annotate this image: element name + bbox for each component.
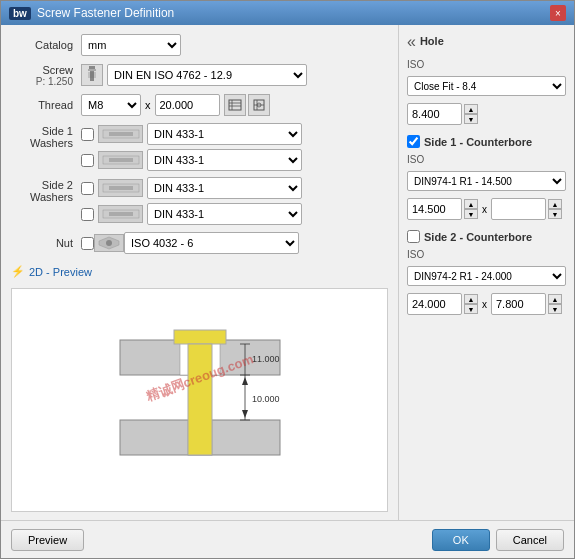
side2-spinner2-up[interactable]: ▲ bbox=[548, 294, 562, 304]
thread-length-input[interactable]: 20.000 bbox=[155, 94, 220, 116]
side1-counterbore-row: Side 1 - Counterbore bbox=[407, 135, 566, 148]
washer2-icon bbox=[98, 151, 143, 169]
hole-iso-label: ISO bbox=[407, 59, 566, 70]
fit-value-input[interactable] bbox=[407, 103, 462, 125]
catalog-select[interactable]: mm bbox=[81, 34, 181, 56]
side1-values-row: ▲ ▼ x ▲ ▼ bbox=[407, 198, 566, 220]
nut-label: Nut bbox=[11, 237, 81, 249]
side2-counterbore-row: Side 2 - Counterbore bbox=[407, 230, 566, 243]
thread-icon-1[interactable] bbox=[224, 94, 246, 116]
side1-x-label: x bbox=[482, 204, 487, 215]
svg-text:11.000: 11.000 bbox=[252, 354, 280, 364]
preview-section-header[interactable]: ⚡ 2D - Preview bbox=[11, 265, 388, 278]
washer1-icon bbox=[98, 125, 143, 143]
side1-spinner1: ▲ ▼ bbox=[464, 199, 478, 219]
preview-area: 11.000 10.000 精诚网creoug.com bbox=[11, 288, 388, 512]
side2-washers-label: Side 2 bbox=[11, 179, 73, 191]
preview-diagram: 11.000 10.000 bbox=[100, 320, 300, 480]
fit-type-select[interactable]: Close Fit - 8.4 Normal Fit - 9.0 Loose F… bbox=[407, 76, 566, 96]
side2-counterbore-checkbox[interactable] bbox=[407, 230, 420, 243]
side1-spinner1-down[interactable]: ▼ bbox=[464, 209, 478, 219]
svg-rect-14 bbox=[109, 132, 133, 136]
side2-spinner2: ▲ ▼ bbox=[548, 294, 562, 314]
side2-washer2-row: DIN 433-1 bbox=[81, 203, 302, 225]
side1-washer1-select[interactable]: DIN 433-1 bbox=[147, 123, 302, 145]
side2-washer2-select[interactable]: DIN 433-1 bbox=[147, 203, 302, 225]
side1-washers-sublabel: Washers bbox=[11, 137, 73, 149]
side1-value2-input[interactable] bbox=[491, 198, 546, 220]
nut-row: Nut ISO 4032 - 6 bbox=[11, 231, 388, 255]
side1-washers-container: Side 1 Washers DIN 433-1 bbox=[11, 123, 388, 171]
collapse-arrow-icon[interactable]: « bbox=[407, 33, 416, 51]
svg-rect-16 bbox=[109, 158, 133, 162]
left-panel: Catalog mm Screw P: 1.250 bbox=[1, 25, 399, 520]
preview-arrow-icon: ⚡ bbox=[11, 265, 25, 278]
side1-washer2-checkbox[interactable] bbox=[81, 154, 94, 167]
side1-counterbore-select[interactable]: DIN974-1 R1 - 14.500 bbox=[407, 171, 566, 191]
side2-x-label: x bbox=[482, 299, 487, 310]
bottom-bar: Preview OK Cancel bbox=[1, 520, 574, 558]
preview-button[interactable]: Preview bbox=[11, 529, 84, 551]
thread-select[interactable]: M8 bbox=[81, 94, 141, 116]
svg-rect-27 bbox=[174, 330, 226, 344]
side2-spinner1-down[interactable]: ▼ bbox=[464, 304, 478, 314]
nut-checkbox[interactable] bbox=[81, 237, 94, 250]
hole-label: Hole bbox=[420, 35, 444, 47]
side2-washer-inputs: DIN 433-1 DIN 433-1 bbox=[81, 177, 302, 225]
thread-label: Thread bbox=[11, 99, 81, 111]
ok-cancel-group: OK Cancel bbox=[432, 529, 564, 551]
title-bar-left: bw Screw Fastener Definition bbox=[9, 6, 174, 20]
side2-counterbore-label: Side 2 - Counterbore bbox=[424, 231, 532, 243]
catalog-label: Catalog bbox=[11, 39, 81, 51]
side1-counterbore-label: Side 1 - Counterbore bbox=[424, 136, 532, 148]
side2-spinner2-down[interactable]: ▼ bbox=[548, 304, 562, 314]
side2-values-row: ▲ ▼ x ▲ ▼ bbox=[407, 293, 566, 315]
title-bar: bw Screw Fastener Definition × bbox=[1, 1, 574, 25]
washer3-icon bbox=[98, 179, 143, 197]
nut-icon bbox=[94, 234, 124, 252]
ok-button[interactable]: OK bbox=[432, 529, 490, 551]
side1-spinner1-up[interactable]: ▲ bbox=[464, 199, 478, 209]
content-area: Catalog mm Screw P: 1.250 bbox=[1, 25, 574, 520]
svg-rect-18 bbox=[109, 186, 133, 190]
side2-washer1-checkbox[interactable] bbox=[81, 182, 94, 195]
thread-icon-2[interactable] bbox=[248, 94, 270, 116]
side1-washer2-select[interactable]: DIN 433-1 bbox=[147, 149, 302, 171]
catalog-row: Catalog mm bbox=[11, 33, 388, 57]
screw-select[interactable]: DIN EN ISO 4762 - 12.9 bbox=[107, 64, 307, 86]
side1-washer1-row: DIN 433-1 bbox=[81, 123, 302, 145]
fit-spinner-down[interactable]: ▼ bbox=[464, 114, 478, 124]
svg-rect-0 bbox=[89, 66, 95, 69]
preview-label: 2D - Preview bbox=[29, 266, 92, 278]
fit-value-row: ▲ ▼ bbox=[407, 103, 566, 125]
cancel-button[interactable]: Cancel bbox=[496, 529, 564, 551]
side2-value2-input[interactable] bbox=[491, 293, 546, 315]
side2-washers-sublabel: Washers bbox=[11, 191, 73, 203]
svg-text:10.000: 10.000 bbox=[252, 394, 280, 404]
close-button[interactable]: × bbox=[550, 5, 566, 21]
side2-spinner1-up[interactable]: ▲ bbox=[464, 294, 478, 304]
side1-washer1-checkbox[interactable] bbox=[81, 128, 94, 141]
side2-value1-input[interactable] bbox=[407, 293, 462, 315]
side2-counterbore-select[interactable]: DIN974-2 R1 - 24.000 bbox=[407, 266, 566, 286]
side2-washer1-row: DIN 433-1 bbox=[81, 177, 302, 199]
thread-tools bbox=[224, 94, 270, 116]
svg-rect-28 bbox=[188, 344, 212, 455]
side1-counterbore-checkbox[interactable] bbox=[407, 135, 420, 148]
fit-spinner-up[interactable]: ▲ bbox=[464, 104, 478, 114]
side2-washer2-checkbox[interactable] bbox=[81, 208, 94, 221]
side1-value1-input[interactable] bbox=[407, 198, 462, 220]
side1-washers-label: Side 1 bbox=[11, 125, 73, 137]
right-panel: « Hole ISO Close Fit - 8.4 Normal Fit - … bbox=[399, 25, 574, 520]
screw-row: Screw P: 1.250 DIN EN ISO 4762 - 12.9 bbox=[11, 63, 388, 87]
side1-spinner2-up[interactable]: ▲ bbox=[548, 199, 562, 209]
svg-marker-37 bbox=[242, 377, 248, 385]
svg-rect-1 bbox=[88, 69, 96, 71]
side1-spinner2-down[interactable]: ▼ bbox=[548, 209, 562, 219]
bw-logo: bw bbox=[9, 7, 31, 20]
side2-washer1-select[interactable]: DIN 433-1 bbox=[147, 177, 302, 199]
side1-spinner2: ▲ ▼ bbox=[548, 199, 562, 219]
nut-select[interactable]: ISO 4032 - 6 bbox=[124, 232, 299, 254]
side1-washer-inputs: DIN 433-1 DIN 433-1 bbox=[81, 123, 302, 171]
svg-marker-36 bbox=[242, 410, 248, 418]
